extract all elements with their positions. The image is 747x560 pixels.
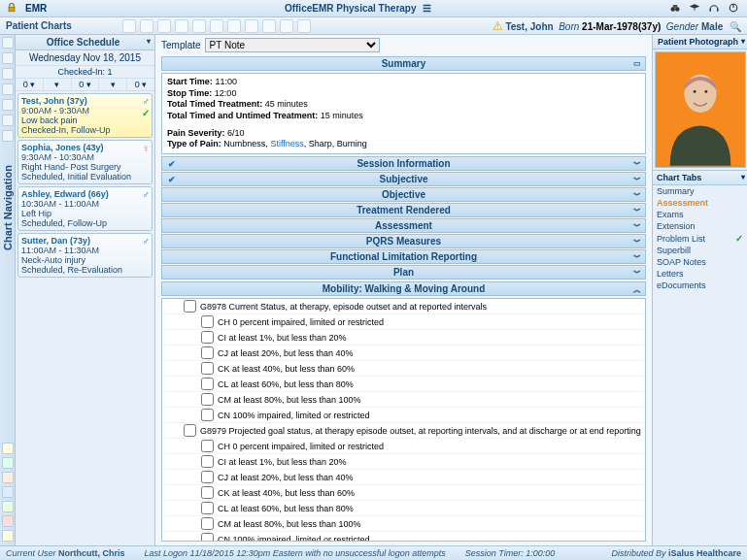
mobility-row[interactable]: CL at least 60%, but less than 80% [162,377,645,392]
stiffness-link[interactable]: Stiffness [270,139,303,148]
appointment-card[interactable]: ♂✓Test, John (37y)9:00AM - 9:30AMLow bac… [17,93,153,138]
rail-icon-3[interactable] [2,68,14,80]
mobility-checkbox[interactable] [201,486,214,499]
patient-name[interactable]: Test, John [505,21,553,32]
count-1[interactable]: ▾ [44,79,72,90]
mobility-row[interactable]: G8979 Projected goal status, at therapy … [162,423,645,439]
rail-bottom-6[interactable] [2,515,14,527]
clock-icon[interactable] [227,19,241,33]
mobility-checkbox[interactable] [184,424,196,437]
rail-icon-4[interactable] [2,83,14,95]
lock-icon[interactable] [6,2,19,16]
chart-tab-assessment[interactable]: Assessment [653,197,747,209]
chevron-down-icon[interactable]: ︾ [633,206,641,216]
schedule-date[interactable]: Wednesday Nov 18, 2015 [16,50,154,66]
rail-bottom-5[interactable] [2,501,14,512]
mobility-row[interactable]: CM at least 80%, but less than 100% [162,392,645,408]
expand-icon[interactable]: ▭ [633,59,641,68]
mobility-checkbox[interactable] [201,331,214,344]
section-plan[interactable]: Plan︾ [161,265,646,280]
search-icon[interactable]: 🔍 [730,21,741,32]
chart-tab-problem-list[interactable]: Problem List✓ [653,232,747,245]
grad-cap-icon[interactable] [689,2,702,16]
mobility-checkbox[interactable] [201,409,214,421]
section-functional-limitation-reporting[interactable]: Functional Limitation Reporting︾ [161,249,646,264]
mobility-checkbox[interactable] [201,440,214,452]
rail-bottom-1[interactable] [2,443,14,454]
chevron-down-icon[interactable]: ▾ [741,173,745,181]
rail-icon-1[interactable] [2,37,14,49]
mobility-row[interactable]: CM at least 80%, but less than 100% [162,516,645,532]
mobility-row[interactable]: CK at least 40%, but less than 60% [162,485,645,501]
chevron-down-icon[interactable]: ︾ [633,252,641,263]
chevron-down-icon[interactable]: ▾ [147,37,151,46]
mobility-checkbox[interactable] [201,393,214,406]
chart-tab-summary[interactable]: Summary [653,185,747,197]
appointment-card[interactable]: ♀Sophia, Jones (43y)9:30AM - 10:30AMRigh… [17,140,153,184]
print-icon[interactable] [210,19,223,33]
undo-icon[interactable] [192,19,206,33]
chart-tab-edocuments[interactable]: eDocuments [653,280,747,291]
chart-tab-letters[interactable]: Letters [653,268,747,280]
copy-icon[interactable] [157,19,171,33]
chevron-down-icon[interactable]: ︾ [633,237,641,247]
delete-icon[interactable] [280,19,293,33]
mobility-row[interactable]: CL at least 60%, but less than 80% [162,501,645,516]
count-2[interactable]: 0 ▾ [72,79,100,90]
rail-bottom-7[interactable] [2,530,14,542]
rail-icon-6[interactable] [2,115,14,126]
chart-tab-soap-notes[interactable]: SOAP Notes [653,256,747,268]
section-assessment[interactable]: Assessment︾ [161,218,646,233]
chevron-down-icon[interactable]: ▾ [741,37,745,46]
mobility-row[interactable]: CH 0 percent impaired, limited or restri… [162,314,645,330]
menu-icon[interactable]: ☰ [423,3,431,14]
save-icon[interactable] [122,19,136,33]
mobility-row[interactable]: CI at least 1%, but less than 20% [162,330,645,346]
binoculars-icon[interactable] [669,2,683,16]
mobility-checkbox[interactable] [201,517,214,530]
mobility-row[interactable]: CJ at least 20%, but less than 40% [162,470,645,485]
chevron-up-icon[interactable]: ︽ [633,284,641,295]
mobility-row[interactable]: CN 100% impaired, limited or restricted [162,408,645,423]
mobility-checkbox[interactable] [201,378,214,390]
rail-icon-2[interactable] [2,52,14,64]
section-pqrs-measures[interactable]: PQRS Measures︾ [161,234,646,248]
mobility-checkbox[interactable] [201,346,214,359]
appointment-card[interactable]: ♂Sutter, Dan (73y)11:00AM - 11:30AMNeck-… [17,233,153,278]
save2-icon[interactable] [175,19,188,33]
rail-icon-5[interactable] [2,99,14,111]
section-session-information[interactable]: ✔Session Information︾ [161,156,646,171]
mobility-checkbox[interactable] [201,362,214,375]
mobility-checkbox[interactable] [201,533,214,542]
power-icon[interactable] [728,2,741,16]
mobility-row[interactable]: CN 100% impaired, limited or restricted [162,532,645,542]
appointment-card[interactable]: ♂Ashley, Edward (66y)10:30AM - 11:00AMLe… [17,186,153,231]
template-select[interactable]: PT Note [205,38,380,52]
rail-bottom-3[interactable] [2,472,14,483]
column-icon[interactable] [297,19,311,33]
mobility-row[interactable]: CH 0 percent impaired, limited or restri… [162,439,645,454]
mobility-checkbox[interactable] [201,455,214,468]
lock2-icon[interactable] [262,19,276,33]
chevron-down-icon[interactable]: ︾ [633,268,641,279]
warning-icon[interactable]: ⚠ [492,19,503,33]
headset-icon[interactable] [708,2,722,16]
globe-icon[interactable] [245,19,258,33]
mobility-row[interactable]: CI at least 1%, but less than 20% [162,454,645,470]
chart-tab-superbill[interactable]: Superbill [653,245,747,256]
count-0[interactable]: 0 ▾ [16,79,44,90]
section-objective[interactable]: Objective︾ [161,187,646,202]
new-doc-icon[interactable] [140,19,153,33]
mobility-row[interactable]: CK at least 40%, but less than 60% [162,361,645,377]
section-treatment-rendered[interactable]: Treatment Rendered︾ [161,203,646,217]
chart-tab-exams[interactable]: Exams [653,209,747,220]
chevron-down-icon[interactable]: ︾ [633,221,641,232]
section-summary[interactable]: Summary ▭ [161,56,646,71]
mobility-checkbox[interactable] [201,315,214,328]
chevron-down-icon[interactable]: ︾ [633,175,641,185]
mobility-checkbox[interactable] [184,300,196,313]
chevron-down-icon[interactable]: ︾ [633,159,641,170]
rail-icon-7[interactable] [2,130,14,142]
section-subjective[interactable]: ✔Subjective︾ [161,172,646,186]
chart-tab-extension[interactable]: Extension [653,220,747,232]
